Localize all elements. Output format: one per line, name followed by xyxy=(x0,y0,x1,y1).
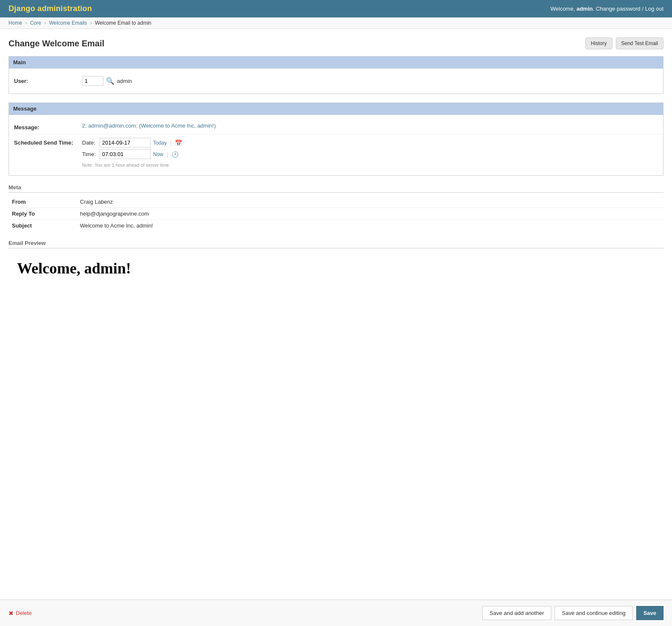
from-value: Craig Labenz xyxy=(77,196,663,208)
site-header: Django administration Welcome, admin. Ch… xyxy=(0,0,672,17)
send-test-email-button[interactable]: Send Test Email xyxy=(616,37,664,49)
time-line: Time: Now | 🕐 xyxy=(82,149,182,159)
time-label: Time: xyxy=(82,151,97,157)
breadcrumb-current: Welcome Email to admin xyxy=(95,20,151,26)
breadcrumb-sep-2: › xyxy=(44,20,46,26)
message-field: 2: admin@admin.com: (Welcome to Acme Inc… xyxy=(82,122,216,129)
separator: / xyxy=(642,6,644,12)
now-link[interactable]: Now xyxy=(153,151,163,157)
preview-section-header: Email Preview xyxy=(9,240,663,248)
user-name-value: admin xyxy=(117,78,132,84)
user-field-row: User: 🔍 admin xyxy=(9,73,663,89)
main-section-content: User: 🔍 admin xyxy=(9,68,663,94)
datetime-fields: Date: Today | 📅 Time: Now | 🕐 xyxy=(82,138,182,168)
meta-reply-to-row: Reply To help@djangograpevine.com xyxy=(9,208,663,220)
subject-value: Welcome to Acme Inc, admin! xyxy=(77,220,663,232)
change-password-link[interactable]: Change password xyxy=(596,6,641,12)
footer-spacer xyxy=(9,290,663,316)
today-link[interactable]: Today xyxy=(153,140,167,146)
welcome-text: Welcome, xyxy=(550,6,575,12)
breadcrumb-core[interactable]: Core xyxy=(30,20,41,26)
date-label: Date: xyxy=(82,139,97,146)
clock-icon[interactable]: 🕐 xyxy=(171,151,179,158)
reply-to-label: Reply To xyxy=(9,208,77,220)
breadcrumb-sep-3: › xyxy=(90,20,92,26)
date-input[interactable] xyxy=(100,138,151,148)
user-search-icon[interactable]: 🔍 xyxy=(106,77,114,85)
site-title: Django administration xyxy=(9,4,92,13)
meta-subject-row: Subject Welcome to Acme Inc, admin! xyxy=(9,220,663,232)
message-section-header: Message xyxy=(9,103,663,115)
breadcrumb: Home › Core › Welcome Emails › Welcome E… xyxy=(0,17,672,29)
main-content: Change Welcome Email History Send Test E… xyxy=(0,29,672,316)
date-line: Date: Today | 📅 xyxy=(82,138,182,148)
message-field-row: Message: 2: admin@admin.com: (Welcome to… xyxy=(9,119,663,134)
scheduled-field: Date: Today | 📅 Time: Now | 🕐 xyxy=(82,138,182,168)
message-section: Message Message: 2: admin@admin.com: (We… xyxy=(9,102,663,176)
main-section: Main User: 🔍 admin xyxy=(9,56,663,94)
breadcrumb-home[interactable]: Home xyxy=(9,20,22,26)
logout-link[interactable]: Log out xyxy=(645,6,663,12)
from-label: From xyxy=(9,196,77,208)
page-header: Change Welcome Email History Send Test E… xyxy=(9,37,663,49)
scheduled-label: Scheduled Send Time: xyxy=(14,138,82,146)
scheduled-send-time-row: Scheduled Send Time: Date: Today | 📅 Tim… xyxy=(9,134,663,171)
message-section-content: Message: 2: admin@admin.com: (Welcome to… xyxy=(9,115,663,175)
preview-section: Email Preview Welcome, admin! xyxy=(9,240,663,282)
preview-content: Welcome, admin! xyxy=(9,255,663,282)
breadcrumb-sep-1: › xyxy=(25,20,27,26)
preview-heading: Welcome, admin! xyxy=(17,259,655,277)
user-field: 🔍 admin xyxy=(82,76,132,86)
page-header-actions: History Send Test Email xyxy=(585,37,663,49)
server-note: Note: You are 1 hour ahead of server tim… xyxy=(82,162,182,168)
history-button[interactable]: History xyxy=(585,37,612,49)
user-label: User: xyxy=(14,76,82,84)
calendar-icon[interactable]: 📅 xyxy=(175,139,182,146)
user-info: Welcome, admin. Change password / Log ou… xyxy=(550,6,663,12)
subject-label: Subject xyxy=(9,220,77,232)
breadcrumb-welcome-emails[interactable]: Welcome Emails xyxy=(49,20,87,26)
meta-section-header: Meta xyxy=(9,184,663,193)
message-label: Message: xyxy=(14,122,82,131)
meta-section: Meta From Craig Labenz Reply To help@dja… xyxy=(9,184,663,231)
reply-to-value: help@djangograpevine.com xyxy=(77,208,663,220)
time-input[interactable] xyxy=(100,149,151,159)
user-id-input[interactable] xyxy=(82,76,103,86)
message-value-link[interactable]: 2: admin@admin.com: (Welcome to Acme Inc… xyxy=(82,122,216,129)
main-section-header: Main xyxy=(9,57,663,68)
username: admin xyxy=(576,6,592,12)
page-title: Change Welcome Email xyxy=(9,39,104,48)
meta-table: From Craig Labenz Reply To help@djangogr… xyxy=(9,196,663,231)
meta-from-row: From Craig Labenz xyxy=(9,196,663,208)
